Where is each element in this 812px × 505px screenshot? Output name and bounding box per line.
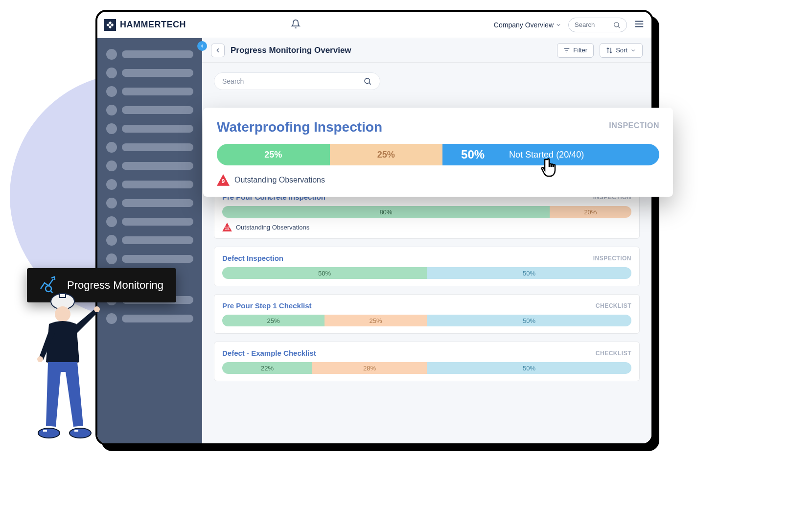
inspection-card[interactable]: Defect InspectionINSPECTION50%50% — [214, 247, 640, 286]
svg-point-5 — [55, 306, 70, 322]
cursor-pointer-icon — [541, 157, 561, 183]
card-tag: INSPECTION — [609, 121, 659, 130]
svg-rect-10 — [43, 430, 47, 432]
sidebar-item[interactable] — [106, 68, 193, 78]
back-button[interactable] — [211, 44, 225, 57]
topbar-search-input[interactable]: Search — [568, 18, 627, 32]
sort-icon — [606, 47, 613, 54]
sidebar-item[interactable] — [106, 105, 193, 115]
inspection-card[interactable]: Pre Pour Step 1 ChecklistCHECKLIST25%25%… — [214, 294, 640, 334]
card-tag: CHECKLIST — [596, 350, 631, 357]
progress-bar: 22%28%50% — [222, 362, 631, 374]
card-title: Waterproofing Inspection — [217, 119, 659, 135]
menu-icon[interactable] — [634, 19, 645, 31]
sidebar-item[interactable] — [106, 49, 193, 60]
progress-segment-complete: 25% — [217, 144, 330, 165]
progress-segment: 25% — [325, 315, 427, 326]
bell-icon[interactable] — [291, 19, 301, 31]
sidebar-collapse-button[interactable] — [197, 41, 207, 51]
card-title: Defect - Example Checklist — [222, 349, 316, 357]
progress-segment: 22% — [222, 362, 312, 374]
sidebar — [97, 38, 202, 443]
card-title: Pre Pour Step 1 Checklist — [222, 301, 312, 310]
progress-segment: 50% — [427, 267, 631, 279]
svg-point-6 — [94, 306, 100, 312]
progress-segment-inprogress: 25% — [330, 144, 443, 165]
sidebar-item[interactable] — [106, 179, 193, 190]
card-tag: INSPECTION — [593, 255, 631, 262]
brand: HAMMERTECH — [104, 19, 186, 31]
sidebar-item[interactable] — [106, 235, 193, 246]
outstanding-observations[interactable]: 12Outstanding Observations — [222, 223, 631, 231]
chevron-down-icon — [630, 47, 636, 53]
svg-point-9 — [70, 428, 91, 438]
svg-rect-11 — [74, 430, 78, 432]
progress-segment: 50% — [427, 362, 631, 374]
search-icon — [363, 77, 372, 86]
inspection-card-featured[interactable]: INSPECTION Waterproofing Inspection 25% … — [203, 108, 673, 197]
card-tag: CHECKLIST — [596, 302, 631, 309]
progress-segment: 28% — [312, 362, 427, 374]
page-header: Progress Monitoring Overview Filter Sort — [202, 38, 651, 63]
chevron-down-icon — [556, 22, 561, 28]
topbar: HAMMERTECH Company Overview Search — [97, 12, 651, 38]
progress-bar: 50%50% — [222, 267, 631, 279]
progress-bar: 25%25%50% — [222, 315, 631, 326]
sidebar-item[interactable] — [106, 216, 193, 227]
brand-icon — [104, 19, 116, 31]
outstanding-observations[interactable]: 9 Outstanding Observations — [217, 174, 659, 186]
search-placeholder: Search — [575, 21, 608, 28]
inspection-card[interactable]: Defect - Example ChecklistCHECKLIST22%28… — [214, 342, 640, 381]
page-title: Progress Monitoring Overview — [231, 46, 351, 55]
progress-segment: 50% — [222, 267, 427, 279]
progress-segment: 80% — [222, 206, 550, 218]
warning-triangle-icon: 12 — [222, 223, 232, 231]
sidebar-item[interactable] — [106, 313, 193, 324]
main-content: Progress Monitoring Overview Filter Sort… — [202, 38, 651, 443]
sidebar-item[interactable] — [106, 123, 193, 134]
search-placeholder: Search — [222, 77, 358, 85]
filter-button[interactable]: Filter — [557, 43, 594, 58]
sidebar-item[interactable] — [106, 253, 193, 264]
card-title: Defect Inspection — [222, 254, 283, 262]
progress-segment: 25% — [222, 315, 325, 326]
sidebar-item[interactable] — [106, 142, 193, 153]
sidebar-item[interactable] — [106, 161, 193, 171]
warning-triangle-icon: 9 — [217, 174, 230, 186]
sort-button[interactable]: Sort — [600, 43, 643, 58]
search-icon — [613, 21, 621, 29]
svg-point-1 — [365, 78, 370, 84]
svg-point-7 — [37, 356, 43, 362]
illustration-person — [20, 289, 108, 455]
company-overview-dropdown[interactable]: Company Overview — [494, 21, 561, 29]
progress-bar: 80%20% — [222, 206, 631, 218]
company-link-label: Company Overview — [494, 21, 554, 29]
sidebar-item[interactable] — [106, 86, 193, 97]
filter-icon — [563, 47, 570, 54]
tablet-frame: HAMMERTECH Company Overview Search — [95, 10, 653, 445]
sidebar-item[interactable] — [106, 198, 193, 208]
progress-bar: 25% 25% 50% Not Started (20/40) — [217, 144, 659, 165]
progress-segment: 20% — [550, 206, 631, 218]
progress-segment: 50% — [427, 315, 631, 326]
svg-rect-4 — [60, 294, 66, 298]
brand-text: HAMMERTECH — [120, 20, 186, 30]
svg-point-0 — [614, 22, 619, 26]
content-search-input[interactable]: Search — [214, 72, 380, 90]
svg-point-8 — [38, 428, 60, 438]
